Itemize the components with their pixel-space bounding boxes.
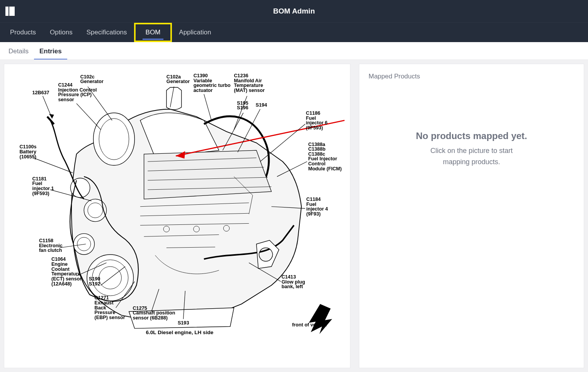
svg-text:C1388aC1388bC1388cFuel Injecto: C1388aC1388bC1388cFuel InjectorControlMo…: [308, 142, 342, 172]
primary-nav: Products Options Specifications BOM Appl…: [0, 22, 588, 42]
callout-c1244: C1244Injection ControlPressure (ICP)sens…: [58, 82, 101, 130]
svg-line-24: [76, 104, 101, 130]
svg-text:C102aGenerator: C102aGenerator: [167, 74, 190, 85]
svg-text:C1390Variablegeometric turboac: C1390Variablegeometric turboactuator: [194, 73, 231, 93]
mapped-products-panel: Mapped Products No products mapped yet. …: [359, 64, 584, 368]
front-of-vehicle-arrow-icon: [309, 304, 332, 334]
svg-text:C1244Injection ControlPressure: C1244Injection ControlPressure (ICP)sens…: [58, 82, 97, 102]
svg-text:S190S192: S190S192: [89, 276, 100, 287]
mapped-products-empty-state: No products mapped yet. Click on the pic…: [369, 131, 574, 168]
svg-text:C1236Manifold AirTemperature(M: C1236Manifold AirTemperature(MAT) sensor: [234, 73, 265, 93]
svg-text:C1413Glow plugbank, left: C1413Glow plugbank, left: [282, 274, 305, 289]
svg-text:C1184Fuelinjector 4(9F93): C1184Fuelinjector 4(9F93): [306, 197, 328, 217]
subnav-entries[interactable]: Entries: [34, 44, 67, 59]
svg-text:S193: S193: [178, 320, 189, 326]
svg-text:12B637: 12B637: [32, 90, 49, 95]
svg-text:C1181Fuelinjector 1(9F593): C1181Fuelinjector 1(9F593): [32, 176, 54, 196]
svg-text:C1186Fuelinjector 6(9F593): C1186Fuelinjector 6(9F593): [306, 110, 328, 131]
app-title: BOM Admin: [273, 7, 315, 15]
bom-diagram-panel[interactable]: front of vehicle 6.0L Diesel engine, LH …: [4, 64, 350, 368]
svg-line-33: [260, 124, 305, 161]
mapped-products-title: Mapped Products: [369, 73, 574, 80]
svg-point-0: [93, 113, 135, 165]
app-header: BOM Admin: [0, 0, 588, 22]
svg-text:S194: S194: [256, 102, 267, 108]
nav-specifications[interactable]: Specifications: [80, 24, 134, 41]
subnav-details[interactable]: Details: [3, 44, 34, 59]
front-of-vehicle-label: front of vehicle: [292, 322, 327, 328]
svg-text:C102cGenerator: C102cGenerator: [80, 74, 104, 85]
nav-options[interactable]: Options: [43, 24, 80, 41]
svg-point-7: [84, 199, 106, 221]
diagram-caption: 6.0L Diesel engine, LH side: [146, 330, 213, 335]
callout-12b637: 12B637: [32, 90, 54, 119]
content-area: front of vehicle 6.0L Diesel engine, LH …: [0, 60, 588, 372]
svg-text:C1158Electronicfan clutch: C1158Electronicfan clutch: [39, 238, 63, 253]
app-logo-icon[interactable]: [5, 7, 15, 16]
nav-application[interactable]: Application: [172, 24, 218, 41]
engine-body: [47, 87, 301, 328]
engine-diagram[interactable]: front of vehicle 6.0L Diesel engine, LH …: [4, 64, 350, 368]
nav-products[interactable]: Products: [3, 24, 43, 41]
secondary-nav: Details Entries: [0, 42, 588, 60]
svg-point-5: [73, 234, 94, 255]
svg-marker-27: [49, 114, 54, 119]
callout-c1390: C1390Variablegeometric turboactuator: [194, 73, 231, 121]
svg-text:C1100sBattery(10655): C1100sBattery(10655): [19, 144, 36, 159]
nav-bom[interactable]: BOM: [134, 23, 172, 42]
svg-line-20: [204, 94, 211, 121]
svg-marker-15: [309, 304, 332, 334]
svg-text:S195S196: S195S196: [237, 100, 248, 111]
empty-state-heading: No products mapped yet.: [369, 131, 574, 141]
callout-c1100s: C1100sBattery(10655): [19, 144, 73, 173]
empty-state-sub: Click on the picture to start mapping pr…: [369, 145, 574, 168]
